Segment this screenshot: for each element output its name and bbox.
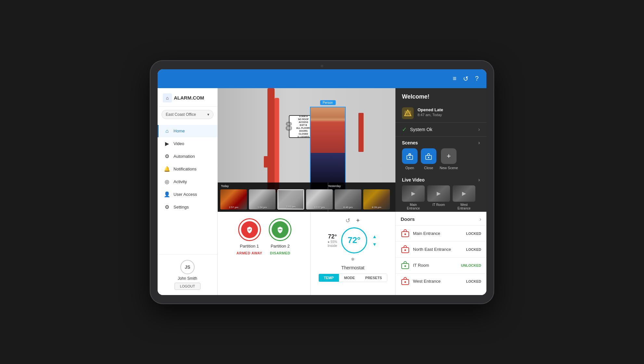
refresh-icon[interactable]: ↺ — [463, 75, 469, 83]
doors-expand-icon[interactable]: › — [480, 216, 481, 222]
scenes-title: Scenes — [402, 140, 418, 145]
thermo-mode-button[interactable]: MODE — [339, 274, 360, 282]
partition-1-name: Partition 1 — [240, 244, 259, 249]
settings-icon: ⚙ — [164, 204, 170, 210]
thumbnail-2[interactable]: 1:04 pm — [249, 189, 276, 209]
live-video-expand-icon[interactable]: › — [478, 177, 480, 183]
user-initials: JS — [185, 264, 190, 270]
activity-icon: ◎ — [164, 179, 170, 185]
svg-rect-3 — [408, 154, 411, 155]
menu-icon[interactable]: ≡ — [453, 75, 457, 82]
main-layout: ⌂ ALARM.COM East Coast Office ▾ ⌂ Home ▶ — [158, 88, 486, 295]
thermo-inside-label: Inside — [328, 244, 337, 248]
door-locked-icon-west — [401, 277, 410, 286]
sidebar-item-home[interactable]: ⌂ Home — [158, 125, 217, 137]
live-thumb-it-room[interactable]: ▶ IT Room — [427, 185, 450, 210]
thermo-header: ↺ ✦ — [345, 217, 360, 224]
door-name-northeast: North East Entrance — [413, 247, 463, 252]
thumbnail-1[interactable]: 2:57 pm — [220, 189, 247, 209]
sidebar-item-activity[interactable]: ◎ Activity — [158, 175, 217, 188]
location-selector[interactable]: East Coast Office ▾ — [161, 110, 213, 119]
scene-new-icon: + — [441, 148, 457, 164]
sidebar-item-settings[interactable]: ⚙ Settings — [158, 201, 217, 213]
sidebar-item-label: Notifications — [174, 167, 197, 171]
humidity-value: 55% — [330, 240, 337, 244]
door-name-itroom: IT Room — [413, 263, 458, 268]
scenes-row: Open Close — [395, 148, 486, 174]
sidebar-item-automation[interactable]: ⚙ Automation — [158, 150, 217, 163]
plus-icon: + — [447, 153, 451, 160]
doors-title: Doors — [401, 216, 415, 222]
thumbnail-6[interactable]: 8:39 pm — [363, 189, 390, 209]
sidebar-item-user-access[interactable]: 👤 User Access — [158, 188, 217, 201]
shield-partition-2[interactable] — [269, 218, 291, 241]
chevron-right-icon: › — [478, 127, 480, 132]
stair-number: 8 — [285, 119, 292, 134]
shield-inner-2 — [272, 221, 289, 238]
video-play-icon-2: ▶ — [437, 190, 441, 196]
thumbnail-strip: Today Yesterday 2:57 pm — [218, 182, 395, 212]
person-detection-box: Person — [310, 107, 346, 191]
thermo-humidity-row: ● 55% — [328, 240, 337, 244]
logo-text: ALARM.COM — [174, 95, 204, 101]
door-unlocked-icon-itroom — [401, 261, 410, 270]
live-thumb-main-entrance[interactable]: ▶ MainEntrance — [402, 185, 425, 210]
sidebar-item-notifications[interactable]: 🔔 Notifications — [158, 163, 217, 175]
top-section: STAIR ANO ROOFACCESSEXIT BALL FLOORSDOOR… — [218, 88, 486, 212]
door-locked-icon-main — [401, 229, 410, 238]
nav-items: ⌂ Home ▶ Video ⚙ Automation 🔔 Notificati… — [158, 122, 217, 254]
user-name: John Smith — [178, 276, 197, 281]
avatar: JS — [180, 260, 195, 274]
live-thumb-it-icon: ▶ — [427, 185, 450, 202]
temp-down-button[interactable]: ▼ — [371, 241, 378, 248]
scene-close-button[interactable]: Close — [421, 148, 436, 170]
door-status-northeast: LOCKED — [466, 248, 481, 251]
thermostat-panel: ↺ ✦ 72° ● 55% — [311, 212, 395, 295]
thermo-presets-button[interactable]: PRESETS — [360, 274, 387, 282]
door-locked-icon-northeast — [401, 245, 410, 254]
user-icon: 👤 — [164, 191, 170, 197]
scene-new-button[interactable]: + New Scene — [440, 148, 458, 170]
sidebar-item-label: User Access — [174, 192, 197, 197]
system-ok-item[interactable]: ✓ System Ok › — [395, 123, 486, 137]
thumbnail-4[interactable]: 12:07 pm — [306, 189, 333, 209]
degree-symbol: ° — [357, 235, 360, 245]
temp-up-button[interactable]: ▲ — [371, 233, 378, 240]
thumbnail-3[interactable]: 1:02 pm — [277, 189, 304, 209]
svg-text:!: ! — [407, 112, 408, 115]
sidebar-item-video[interactable]: ▶ Video — [158, 137, 217, 150]
video-play-icon: ▶ — [411, 190, 415, 196]
door-panel — [358, 113, 364, 152]
partition-2-name: Partition 2 — [271, 244, 290, 249]
thumbnail-5[interactable]: 8:46 pm — [335, 189, 361, 209]
scenes-expand-icon[interactable]: › — [478, 140, 480, 146]
live-video-row: ▶ MainEntrance ▶ IT Room — [395, 185, 486, 212]
alert-subtitle: 8:47 am, Today — [418, 113, 443, 117]
sidebar: ⌂ ALARM.COM East Coast Office ▾ ⌂ Home ▶ — [158, 88, 218, 295]
door-name-west: West Entrance — [413, 279, 463, 284]
live-thumb-main-label: MainEntrance — [407, 203, 420, 210]
logout-button[interactable]: LOGOUT — [174, 283, 200, 290]
logo-area: ⌂ ALARM.COM — [158, 88, 217, 107]
thermostat-refresh-icon[interactable]: ↺ — [345, 217, 350, 224]
live-thumb-west-entrance[interactable]: ▶ WestEntrance — [453, 185, 475, 210]
yesterday-label: Yesterday — [328, 184, 341, 188]
humidity-icon: ● — [328, 240, 329, 244]
bell-icon: 🔔 — [164, 166, 170, 172]
sidebar-item-label: Video — [174, 141, 184, 146]
partition-1-status: ARMED AWAY — [237, 251, 262, 255]
scene-close-label: Close — [424, 166, 433, 170]
thermo-temp-button[interactable]: TEMP — [319, 274, 339, 282]
today-label: Today — [221, 184, 229, 188]
alert-item: ! Opened Late 8:47 am, Today — [395, 104, 486, 123]
scene-open-button[interactable]: Open — [402, 148, 418, 170]
thermo-name: Thermostat — [341, 265, 365, 270]
live-thumb-west-label: WestEntrance — [457, 203, 470, 210]
door-row-itroom: IT Room UNLOCKED — [395, 257, 486, 273]
help-icon[interactable]: ? — [475, 75, 479, 82]
door-name-main: Main Entrance — [413, 231, 463, 236]
thermo-temp-display: 72° — [348, 235, 360, 245]
door-row-west: West Entrance LOCKED — [395, 273, 486, 289]
shield-partition-1[interactable] — [238, 218, 261, 241]
thermostat-fan-icon[interactable]: ✦ — [355, 217, 360, 224]
